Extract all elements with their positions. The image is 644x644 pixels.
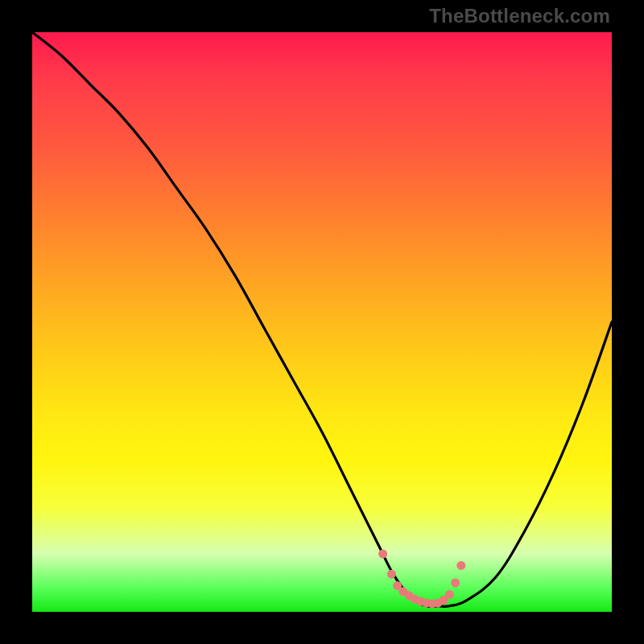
watermark-text: TheBottleneck.com	[429, 5, 610, 27]
accent-dot	[445, 590, 454, 599]
accent-dots	[378, 550, 465, 609]
accent-dot	[387, 570, 396, 579]
accent-dot	[378, 550, 387, 559]
curve-svg	[32, 32, 612, 612]
plot-area	[32, 32, 612, 612]
bottleneck-curve	[32, 32, 612, 606]
chart-frame: TheBottleneck.com	[0, 0, 644, 644]
accent-dot	[456, 561, 465, 570]
accent-dot	[451, 579, 460, 588]
